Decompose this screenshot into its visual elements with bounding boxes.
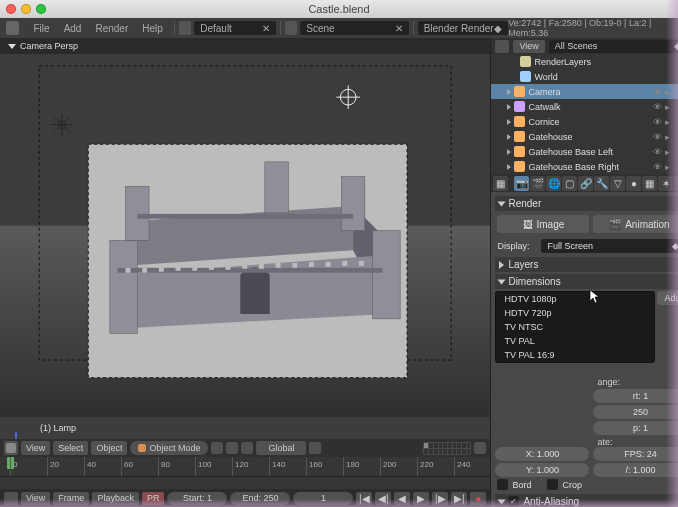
timeline-view-menu[interactable]: View — [21, 492, 50, 505]
aspect-y-field[interactable]: Y: 1.000 — [495, 463, 589, 477]
mode-selector[interactable]: Object Mode — [130, 441, 208, 455]
start-frame-field[interactable]: Start: 1 — [167, 492, 227, 505]
timeline-editor-type[interactable] — [4, 492, 18, 505]
editor-type-button[interactable] — [4, 441, 18, 455]
timeline-area[interactable]: 020406080100120140160180200220240 — [0, 457, 490, 489]
frame-start-field[interactable]: rt: 1 — [593, 389, 678, 403]
svg-rect-33 — [276, 263, 281, 268]
chevron-down-icon[interactable] — [8, 44, 16, 49]
end-frame-field[interactable]: End: 250 — [230, 492, 290, 505]
jump-start-button[interactable]: |◀ — [356, 492, 372, 505]
editor-type-icon[interactable] — [6, 21, 19, 35]
preview-range-toggle[interactable]: PR — [142, 492, 165, 505]
lock-camera-icon[interactable] — [474, 442, 486, 454]
minimize-window-button[interactable] — [21, 4, 31, 14]
preset-add-button[interactable]: Add — [657, 291, 678, 305]
frame-step-field[interactable]: p: 1 — [593, 421, 678, 435]
autokey-button[interactable]: ● — [470, 492, 486, 505]
shading-button-1[interactable] — [211, 442, 223, 454]
border-checkbox[interactable] — [497, 479, 508, 490]
tab-scene[interactable]: 🎬 — [530, 176, 545, 191]
screen-layout-selector[interactable]: Default✕ — [194, 21, 276, 35]
properties-context-tabs: ▦ 📷 🎬 🌐 ▢ 🔗 🔧 ▽ ● ▦ ✶ ⚛ — [491, 174, 678, 192]
tab-render[interactable]: 📷 — [514, 176, 529, 191]
preset-option[interactable]: TV PAL — [496, 334, 654, 348]
jump-end-button[interactable]: ▶| — [451, 492, 467, 505]
timeline-ruler[interactable]: 020406080100120140160180200220240 — [0, 457, 490, 477]
scene-selector[interactable]: Scene✕ — [300, 21, 408, 35]
presets-selector[interactable]: Presets◆ HDTV 1080pHDTV 720pTV NTSCTV PA… — [495, 291, 655, 305]
menu-add[interactable]: Add — [57, 23, 89, 34]
outliner-row[interactable]: RenderLayers — [491, 54, 678, 69]
outliner-row[interactable]: Catwalk👁▸🔒 — [491, 99, 678, 114]
render-image-button[interactable]: 🖼Image — [497, 215, 589, 233]
outliner-row[interactable]: Gatehouse👁▸🔒 — [491, 129, 678, 144]
outliner-row[interactable]: Camera👁▸🔒 — [491, 84, 678, 99]
outliner-row[interactable]: Cornice👁▸🔒 — [491, 114, 678, 129]
outliner-row[interactable]: Gatehouse Base Right👁▸🔒 — [491, 159, 678, 174]
aspect-x-field[interactable]: X: 1.000 — [495, 447, 589, 461]
panel-anti-aliasing[interactable]: ✓Anti-Aliasing — [495, 494, 678, 507]
outliner-view-menu[interactable]: View — [513, 40, 544, 53]
tab-material[interactable]: ● — [626, 176, 641, 191]
timeline-tick: 160 — [306, 457, 307, 476]
panel-dimensions[interactable]: Dimensions — [495, 274, 678, 289]
aa-checkbox[interactable]: ✓ — [508, 496, 519, 507]
svg-rect-32 — [259, 264, 264, 269]
orientation-selector[interactable]: Global — [256, 441, 306, 455]
render-engine-selector[interactable]: Blender Render◆ — [418, 21, 509, 35]
menu-help[interactable]: Help — [135, 23, 170, 34]
outliner-display-mode[interactable]: All Scenes◆ — [549, 40, 678, 53]
close-window-button[interactable] — [6, 4, 16, 14]
outliner-row[interactable]: World — [491, 69, 678, 84]
outliner-item-label: Catwalk — [528, 102, 560, 112]
tab-world[interactable]: 🌐 — [546, 176, 561, 191]
mac-titlebar: Castle.blend — [0, 0, 678, 18]
editor-type-props[interactable]: ▦ — [493, 176, 508, 191]
menu-render[interactable]: Render — [88, 23, 135, 34]
scene-icon[interactable] — [285, 21, 298, 35]
pivot-button[interactable] — [241, 442, 253, 454]
preset-option[interactable]: HDTV 1080p — [496, 292, 654, 306]
play-button[interactable]: ▶ — [413, 492, 429, 505]
timeline-frame-menu[interactable]: Frame — [53, 492, 89, 505]
zoom-window-button[interactable] — [36, 4, 46, 14]
select-menu[interactable]: Select — [53, 441, 88, 455]
keyframe-next-button[interactable]: |▶ — [432, 492, 448, 505]
shading-button-2[interactable] — [226, 442, 238, 454]
3d-viewport[interactable]: (1) Lamp — [0, 54, 490, 439]
display-mode-selector[interactable]: Full Screen◆ — [541, 239, 678, 253]
tab-particles[interactable]: ✶ — [658, 176, 673, 191]
fps-base-field[interactable]: /: 1.000 — [593, 463, 678, 477]
outliner-editor-type[interactable] — [495, 40, 509, 53]
timeline-tick: 80 — [158, 457, 159, 476]
tab-object[interactable]: ▢ — [562, 176, 577, 191]
preset-option[interactable]: TV NTSC — [496, 320, 654, 334]
fps-field[interactable]: FPS: 24 — [593, 447, 678, 461]
preset-option[interactable]: TV PAL 16:9 — [496, 348, 654, 362]
preset-option[interactable]: HDTV 720p — [496, 306, 654, 320]
object-menu[interactable]: Object — [91, 441, 127, 455]
layer-buttons[interactable] — [423, 442, 471, 455]
panel-render[interactable]: Render — [495, 196, 678, 211]
menu-file[interactable]: File — [27, 23, 57, 34]
svg-rect-31 — [242, 264, 247, 269]
frame-end-field[interactable]: 250 — [593, 405, 678, 419]
keyframe-prev-button[interactable]: ◀| — [375, 492, 391, 505]
render-animation-button[interactable]: 🎬Animation — [593, 215, 678, 233]
outliner-row[interactable]: Gatehouse Base Left👁▸🔒 — [491, 144, 678, 159]
panel-layers[interactable]: Layers — [495, 257, 678, 272]
tab-data[interactable]: ▽ — [610, 176, 625, 191]
play-reverse-button[interactable]: ◀ — [394, 492, 410, 505]
timeline-playback-menu[interactable]: Playback — [92, 492, 139, 505]
view-menu[interactable]: View — [21, 441, 50, 455]
crop-checkbox[interactable] — [547, 479, 558, 490]
tab-physics[interactable]: ⚛ — [674, 176, 678, 191]
current-frame-field[interactable]: 1 — [293, 492, 353, 505]
snap-button[interactable] — [309, 442, 321, 454]
outliner[interactable]: RenderLayersWorldCamera👁▸🔒Catwalk👁▸🔒Corn… — [491, 54, 678, 174]
layout-icon[interactable] — [179, 21, 192, 35]
tab-constraints[interactable]: 🔗 — [578, 176, 593, 191]
tab-texture[interactable]: ▦ — [642, 176, 657, 191]
tab-modifiers[interactable]: 🔧 — [594, 176, 609, 191]
